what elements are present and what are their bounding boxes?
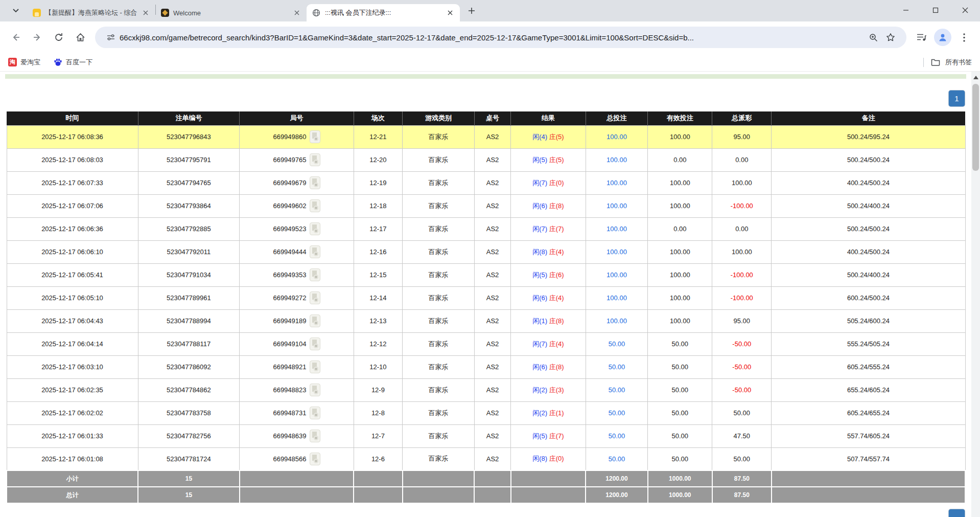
video-replay-icon[interactable] xyxy=(310,130,320,143)
new-tab-button[interactable] xyxy=(464,3,479,18)
video-replay-icon[interactable] xyxy=(310,453,320,465)
summary-cell xyxy=(403,470,475,487)
profile-avatar[interactable] xyxy=(932,27,953,48)
summary-cell xyxy=(772,470,965,487)
bookmark-taobao[interactable]: 淘 爱淘宝 xyxy=(8,58,40,67)
site-settings-icon[interactable] xyxy=(102,29,120,46)
cell-result: 闲(2) 庄(3) xyxy=(511,378,586,401)
total-bet-link[interactable]: 50.00 xyxy=(609,409,625,417)
vertical-scrollbar[interactable] xyxy=(971,72,980,517)
table-row: 2025-12-17 06:08:36 523047796843 6699498… xyxy=(7,125,965,148)
url-text[interactable]: 66cxkj98.com/game/betrecord_search/kind3… xyxy=(120,33,865,42)
video-replay-icon[interactable] xyxy=(310,268,320,281)
tab-search-button[interactable] xyxy=(8,3,24,18)
video-replay-icon[interactable] xyxy=(310,407,320,419)
video-replay-icon[interactable] xyxy=(310,153,320,166)
video-replay-icon[interactable] xyxy=(310,314,320,327)
cell-session: 12-19 xyxy=(354,171,403,194)
result-banker: 庄(8) xyxy=(549,317,564,325)
cell-remark: 500.24/500.24 xyxy=(772,217,965,240)
total-bet-link[interactable]: 50.00 xyxy=(609,340,625,348)
home-button[interactable] xyxy=(69,27,91,48)
close-tab-icon[interactable] xyxy=(292,8,301,17)
cell-session: 12-16 xyxy=(354,240,403,263)
video-replay-icon[interactable] xyxy=(310,361,320,373)
video-replay-icon[interactable] xyxy=(310,176,320,189)
total-bet-link[interactable]: 100.00 xyxy=(606,294,627,302)
cell-payout: -100.00 xyxy=(712,194,772,217)
result-player: 闲(2) xyxy=(532,409,549,417)
cell-table-no: AS2 xyxy=(474,286,510,309)
tab-forum[interactable]: 【新提醒】海燕策略论坛 - 综合 xyxy=(28,4,155,21)
video-replay-icon[interactable] xyxy=(310,222,320,235)
video-replay-icon[interactable] xyxy=(310,245,320,258)
close-window-button[interactable] xyxy=(950,0,980,20)
zoom-page-icon[interactable] xyxy=(865,29,882,46)
total-bet-link[interactable]: 100.00 xyxy=(606,179,627,187)
close-tab-icon[interactable] xyxy=(141,8,150,17)
video-replay-icon[interactable] xyxy=(310,384,320,396)
cell-table-no: AS2 xyxy=(474,309,510,332)
pagination-page-1-button[interactable]: 1 xyxy=(949,91,965,106)
result-banker: 庄(7) xyxy=(549,225,564,233)
url-bar[interactable]: 66cxkj98.com/game/betrecord_search/kind3… xyxy=(95,27,906,48)
pagination-bottom-partial[interactable] xyxy=(949,509,965,517)
column-header: 总投注 xyxy=(586,111,648,125)
cell-result: 闲(7) 庄(7) xyxy=(511,217,586,240)
folder-icon xyxy=(931,58,940,66)
close-tab-icon[interactable] xyxy=(446,8,455,17)
video-replay-icon[interactable] xyxy=(310,199,320,212)
total-bet-link[interactable]: 50.00 xyxy=(609,432,625,440)
cell-result: 闲(8) 庄(0) xyxy=(511,447,586,470)
tab-bar: 【新提醒】海燕策略论坛 - 综合 Welcome :::视讯 会员下注纪录::: xyxy=(0,0,980,21)
total-bet-link[interactable]: 100.00 xyxy=(606,225,627,233)
summary-row: 小计151200.001000.0087.50 xyxy=(7,470,965,487)
cell-result: 闲(6) 庄(4) xyxy=(511,286,586,309)
cell-remark: 400.24/500.24 xyxy=(772,240,965,263)
cell-session: 12-12 xyxy=(354,332,403,355)
scrollbar-thumb[interactable] xyxy=(972,84,979,171)
total-bet-link[interactable]: 100.00 xyxy=(606,202,627,210)
maximize-button[interactable] xyxy=(921,0,950,20)
back-button[interactable] xyxy=(5,27,27,48)
globe-icon xyxy=(312,8,321,17)
all-bookmarks-label[interactable]: 所有书签 xyxy=(945,58,972,67)
bookmark-baidu[interactable]: 百度一下 xyxy=(54,58,92,67)
cell-session: 12-18 xyxy=(354,194,403,217)
cell-result: 闲(1) 庄(8) xyxy=(511,309,586,332)
cell-table-no: AS2 xyxy=(474,447,510,470)
cell-table-no: AS2 xyxy=(474,332,510,355)
cell-session: 12-10 xyxy=(354,355,403,378)
summary-cell: 1200.00 xyxy=(586,487,648,503)
bookmark-label: 百度一下 xyxy=(66,58,92,67)
total-bet-link[interactable]: 100.00 xyxy=(606,317,627,325)
tab-bet-records-active[interactable]: :::视讯 会员下注纪录::: xyxy=(307,4,460,21)
forward-button[interactable] xyxy=(27,27,48,48)
minimize-button[interactable] xyxy=(891,0,921,20)
video-replay-icon[interactable] xyxy=(310,338,320,350)
total-bet-link[interactable]: 100.00 xyxy=(606,248,627,256)
bookmark-star-icon[interactable] xyxy=(882,29,899,46)
browser-menu-icon[interactable] xyxy=(953,27,975,48)
total-bet-link[interactable]: 100.00 xyxy=(606,156,627,164)
bookmark-label: 爱淘宝 xyxy=(20,58,40,67)
total-bet-link[interactable]: 50.00 xyxy=(609,363,625,371)
column-header: 注单编号 xyxy=(138,111,240,125)
cell-time: 2025-12-17 06:05:10 xyxy=(7,286,138,309)
cell-payout: -100.00 xyxy=(712,286,772,309)
scroll-up-arrow-icon[interactable] xyxy=(973,76,978,79)
cell-valid-bet: 100.00 xyxy=(648,286,712,309)
video-replay-icon[interactable] xyxy=(310,430,320,442)
cell-valid-bet: 50.00 xyxy=(648,332,712,355)
cell-payout: -100.00 xyxy=(712,263,772,286)
total-bet-link[interactable]: 100.00 xyxy=(606,271,627,279)
reload-button[interactable] xyxy=(48,27,69,48)
total-bet-link[interactable]: 100.00 xyxy=(606,133,627,141)
total-bet-link[interactable]: 50.00 xyxy=(609,455,625,463)
cell-payout: 0.00 xyxy=(712,217,772,240)
tab-welcome[interactable]: Welcome xyxy=(156,4,307,21)
media-controls-icon[interactable] xyxy=(911,27,932,48)
total-bet-link[interactable]: 50.00 xyxy=(609,386,625,394)
video-replay-icon[interactable] xyxy=(310,291,320,304)
cell-session: 12-8 xyxy=(354,401,403,424)
